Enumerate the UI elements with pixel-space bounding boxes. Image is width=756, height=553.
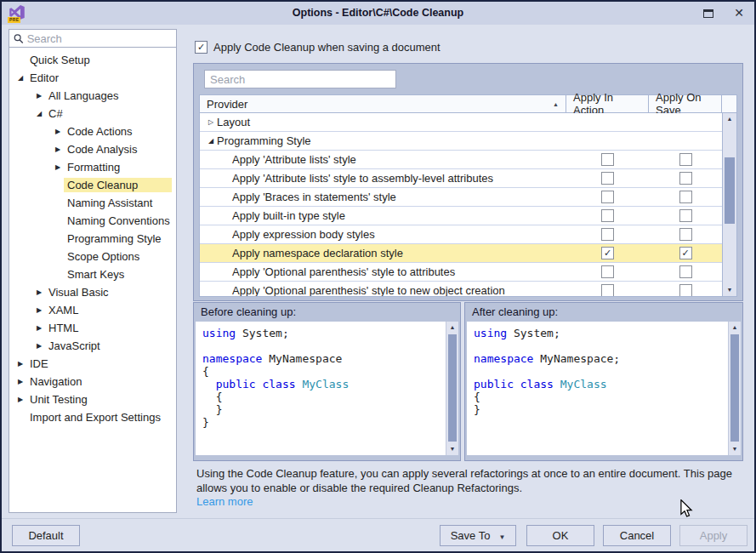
provider-search-input[interactable] <box>210 73 390 86</box>
collapsed-icon[interactable]: ▶ <box>14 396 26 403</box>
collapsed-icon[interactable]: ▶ <box>33 342 45 350</box>
sidebar-search-input[interactable] <box>27 32 176 45</box>
table-row-programming-style[interactable]: ◢Programming Style <box>200 132 722 151</box>
default-button[interactable]: Default <box>12 525 80 546</box>
sidebar-item-c[interactable]: ◢C# <box>9 105 176 123</box>
table-row-apply-expression-body-styles[interactable]: Apply expression body styles <box>200 225 722 244</box>
apply-on-save-checkbox[interactable] <box>679 228 692 241</box>
sidebar-item-xaml[interactable]: ▶XAML <box>9 301 176 319</box>
sidebar-item-all-languages[interactable]: ▶All Languages <box>9 87 176 105</box>
scroll-down-icon[interactable]: ▼ <box>729 443 741 455</box>
sidebar-item-code-actions[interactable]: ▶Code Actions <box>9 123 176 140</box>
learn-more-link[interactable]: Learn more <box>196 495 253 508</box>
provider-panel: Provider ▲ Apply In Action Apply On Save… <box>193 63 743 301</box>
keyword-token: using <box>202 327 236 339</box>
sidebar-item-naming-assistant[interactable]: Naming Assistant <box>9 194 176 212</box>
close-button-icon[interactable]: ✕ <box>734 2 744 25</box>
collapsed-icon[interactable]: ▶ <box>14 360 26 368</box>
ok-button[interactable]: OK <box>526 525 594 546</box>
table-row-apply-attribute-lists-style-to-assembly-level-attributes[interactable]: Apply 'Attribute lists' style to assembl… <box>200 169 722 188</box>
apply-button[interactable]: Apply <box>679 525 747 546</box>
collapsed-icon[interactable]: ▶ <box>52 145 64 153</box>
apply-in-action-checkbox[interactable]: ✓ <box>601 247 614 259</box>
collapsed-icon[interactable]: ▶ <box>14 378 26 385</box>
column-apply-in-action[interactable]: Apply In Action <box>566 95 649 112</box>
collapsed-icon[interactable]: ▶ <box>33 306 45 314</box>
apply-cleanup-checkbox[interactable]: ✓ <box>195 41 207 54</box>
before-code: using System;namespace MyNamespace{ publ… <box>196 322 446 455</box>
expanded-icon[interactable]: ◢ <box>14 74 26 82</box>
before-scrollbar[interactable]: ▲ ▼ <box>446 322 458 455</box>
table-row-apply-optional-parenthesis-style-to-attributes[interactable]: Apply 'Optional parenthesis' style to at… <box>200 263 722 282</box>
collapsed-icon[interactable]: ▶ <box>33 324 45 332</box>
collapsed-icon[interactable]: ▶ <box>33 288 45 296</box>
sidebar-item-visual-basic[interactable]: ▶Visual Basic <box>9 283 176 301</box>
maximize-button-icon[interactable] <box>703 9 713 18</box>
after-scrollbar[interactable]: ▲ ▼ <box>728 322 741 455</box>
sidebar-item-editor[interactable]: ◢Editor <box>9 69 176 87</box>
sidebar-item-scope-options[interactable]: Scope Options <box>9 248 176 265</box>
apply-on-save-checkbox[interactable] <box>679 191 692 203</box>
code-line: public class MyClass <box>474 378 721 391</box>
sidebar-item-ide[interactable]: ▶IDE <box>9 355 176 373</box>
sidebar-item-navigation[interactable]: ▶Navigation <box>9 373 176 391</box>
sidebar-item-javascript[interactable]: ▶JavaScript <box>9 337 176 355</box>
sidebar-item-formatting[interactable]: ▶Formatting <box>9 158 176 176</box>
expanded-icon[interactable]: ◢ <box>33 110 45 117</box>
table-row-apply-braces-in-statements-style[interactable]: Apply 'Braces in statements' style <box>200 188 722 207</box>
collapsed-icon[interactable]: ▷ <box>205 118 217 126</box>
scrollbar-thumb[interactable] <box>730 334 739 442</box>
code-line: namespace MyNamespace; <box>474 352 721 365</box>
scroll-down-icon[interactable]: ▼ <box>446 443 458 455</box>
scroll-up-icon[interactable]: ▲ <box>729 322 741 334</box>
table-row-apply-optional-parenthesis-style-to-new-object-creation[interactable]: Apply 'Optional parenthesis' style to ne… <box>200 282 722 296</box>
scroll-up-icon[interactable]: ▲ <box>446 322 458 334</box>
cancel-button[interactable]: Cancel <box>603 525 671 546</box>
sidebar-item-quick-setup[interactable]: Quick Setup <box>9 51 176 69</box>
sidebar-item-label: C# <box>45 106 66 121</box>
save-to-button[interactable]: Save To▼ <box>440 525 516 546</box>
apply-in-action-checkbox[interactable] <box>601 265 614 278</box>
apply-in-action-checkbox[interactable] <box>601 172 614 185</box>
scroll-down-icon[interactable]: ▼ <box>723 284 736 296</box>
table-row-apply-attribute-lists-style[interactable]: Apply 'Attribute lists' style <box>200 151 722 169</box>
sidebar-item-unit-testing[interactable]: ▶Unit Testing <box>9 391 176 408</box>
apply-on-save-checkbox[interactable] <box>679 209 692 222</box>
sidebar-item-naming-conventions[interactable]: Naming Conventions <box>9 212 176 230</box>
collapsed-icon[interactable]: ▶ <box>52 163 64 171</box>
collapsed-icon[interactable]: ▶ <box>52 128 64 135</box>
apply-on-save-checkbox[interactable]: ✓ <box>679 247 692 259</box>
column-provider[interactable]: Provider ▲ <box>200 95 566 112</box>
table-scrollbar[interactable]: ▲ ▼ <box>722 113 736 296</box>
sidebar-item-import-and-export-settings[interactable]: Import and Export Settings <box>9 408 176 426</box>
apply-on-save-checkbox[interactable] <box>679 284 692 296</box>
sidebar-item-label: Formatting <box>64 160 123 174</box>
apply-on-save-checkbox[interactable] <box>679 153 692 166</box>
column-apply-on-save[interactable]: Apply On Save <box>649 95 722 112</box>
table-row-apply-namespace-declaration-style[interactable]: Apply namespace declaration style✓✓ <box>200 244 722 263</box>
type-token: MyClass <box>560 378 607 391</box>
expanded-icon[interactable]: ◢ <box>205 137 217 145</box>
plain-token <box>554 378 560 391</box>
sidebar-item-smart-keys[interactable]: Smart Keys <box>9 265 176 283</box>
apply-on-save-checkbox[interactable] <box>679 265 692 278</box>
apply-in-action-checkbox[interactable] <box>601 191 614 203</box>
sidebar-item-label: All Languages <box>45 88 122 103</box>
table-row-apply-built-in-type-style[interactable]: Apply built-in type style <box>200 207 722 225</box>
provider-label: Apply expression body styles <box>200 228 566 241</box>
apply-in-action-checkbox[interactable] <box>601 228 614 241</box>
collapsed-icon[interactable]: ▶ <box>33 92 45 100</box>
apply-in-action-checkbox[interactable] <box>601 284 614 296</box>
scroll-up-icon[interactable]: ▲ <box>723 113 736 125</box>
scrollbar-thumb[interactable] <box>725 157 735 224</box>
apply-on-save-checkbox[interactable] <box>679 172 692 185</box>
apply-in-action-checkbox[interactable] <box>601 209 614 222</box>
sidebar-item-html[interactable]: ▶HTML <box>9 319 176 337</box>
apply-in-action-checkbox[interactable] <box>601 153 614 166</box>
type-token: MyClass <box>302 378 349 391</box>
sidebar-item-programming-style[interactable]: Programming Style <box>9 230 176 248</box>
table-row-layout[interactable]: ▷Layout <box>200 113 722 132</box>
sidebar-item-code-cleanup[interactable]: Code Cleanup <box>9 176 176 194</box>
scrollbar-thumb[interactable] <box>448 334 457 442</box>
sidebar-item-code-analysis[interactable]: ▶Code Analysis <box>9 140 176 158</box>
